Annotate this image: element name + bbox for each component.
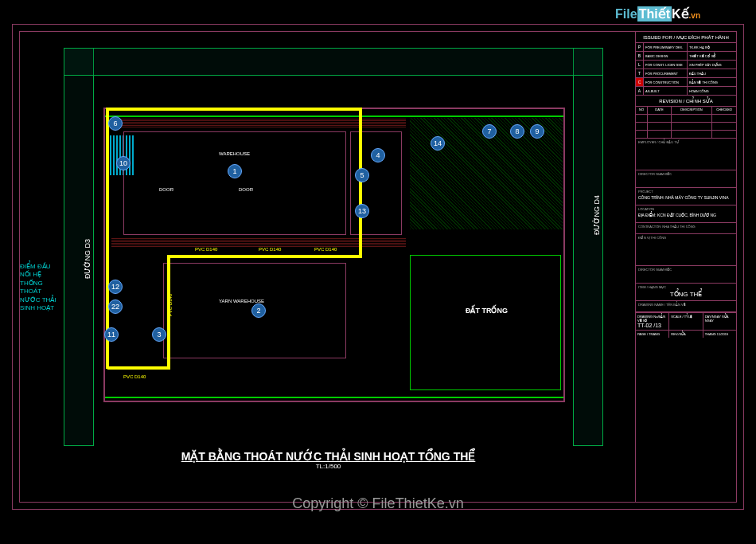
tb-issue-row: CFOR CONSTRUCTIONBẢN VẼ THI CÔNG	[636, 78, 736, 87]
logo-thiet: Thiết	[637, 6, 672, 22]
sheet-inner: ĐƯỜNG D3 ĐƯỜNG D4 ĐIỂM ĐẦU NỐI HỆ THỐNG …	[19, 31, 737, 503]
pipe-bottom-1	[107, 366, 167, 370]
tb-drawing-name: DRAWING NAME / TÊN BẢN VẼ	[636, 301, 736, 312]
tb-location: LOCATION ĐỊA ĐIỂM: KCN ĐẤT CUỐC, BÌNH DƯ…	[636, 205, 736, 223]
road-d4	[573, 48, 603, 446]
pipe-label-3: PVC D140	[314, 247, 337, 252]
node-12: 12	[108, 280, 123, 294]
road-d3-label: ĐƯỜNG D3	[84, 239, 92, 279]
door-label-1: DOOR	[159, 187, 173, 192]
block-right	[350, 131, 402, 235]
node-2: 2	[251, 303, 266, 318]
warehouse-label: WAREHOUSE	[219, 151, 250, 156]
road-top	[64, 48, 603, 76]
tb-contractor: CONTRACTOR: NHÀ THẦU THI CÔNG	[636, 223, 736, 234]
tb-director-2: DIRECTOR GIÁM ĐỐC	[636, 266, 736, 284]
node-13: 13	[355, 204, 369, 218]
tb-employer: EMPLOYER / CHỦ ĐẦU TƯ	[636, 139, 736, 170]
tb-project: PROJECT CÔNG TRÌNH: NHÀ MÁY CÔNG TY SUNJ…	[636, 188, 736, 205]
tb-item: ITEM / HẠNG MỤC TỔNG THỂ	[636, 284, 736, 301]
tb-issued-header: ISSUED FOR / MỤC ĐÍCH PHÁT HÀNH	[636, 32, 736, 43]
tb-issue-row: BBASIC DESIGNTHIẾT KẾ CƠ SỞ	[636, 52, 736, 61]
tb-footer-row2: PAGE / TRANG REV./SỬA THÁNG 11/2019	[636, 330, 736, 338]
sheet-border: ĐƯỜNG D3 ĐƯỜNG D4 ĐIỂM ĐẦU NỐI HỆ THỐNG …	[12, 24, 744, 510]
tb-page: PAGE / TRANG	[636, 331, 669, 338]
empty-land-area	[410, 255, 561, 390]
node-6: 6	[108, 116, 123, 131]
tb-rev-blank	[636, 115, 736, 123]
tb-date: THÁNG 11/2019	[703, 331, 736, 338]
door-label-2: DOOR	[239, 187, 253, 192]
node-11: 11	[104, 327, 119, 342]
pipe-label-1: PVC D140	[195, 247, 217, 252]
watermark-logo: FileThiếtKế.vn	[615, 6, 700, 22]
tb-unit: ĐƠN VỊ THI CÔNG	[636, 234, 736, 266]
pipe-label-5: PVC D140	[168, 294, 173, 316]
warehouse-1	[123, 131, 346, 235]
tb-dwg-no: DRAWING No/BẢN VẼ SỐ TT-02 /13	[636, 313, 669, 330]
drawing-scale: TL:1/500	[181, 463, 476, 470]
connection-point-label: ĐIỂM ĐẦU NỐI HỆ THỐNG THOÁT NƯỚC THẢI SI…	[20, 263, 60, 312]
road-d4-label: ĐƯỜNG D4	[593, 195, 601, 235]
tb-footer-row1: DRAWING No/BẢN VẼ SỐ TT-02 /13 SCALE / T…	[636, 312, 736, 330]
node-9: 9	[530, 124, 544, 139]
pipe-h-top	[106, 108, 360, 111]
tb-revision-header: REVISION / CHỈNH SỬA	[636, 96, 736, 107]
node-22: 22	[108, 299, 123, 314]
node-5: 5	[355, 168, 369, 182]
drawing-area: ĐƯỜNG D3 ĐƯỜNG D4 ĐIỂM ĐẦU NỐI HỆ THỐNG …	[20, 32, 637, 502]
titleblock: ISSUED FOR / MỤC ĐÍCH PHÁT HÀNH PFOR PRE…	[635, 32, 736, 502]
pipe-label-4: PVC D140	[123, 374, 146, 379]
tb-rev-no: REV./SỬA	[669, 331, 703, 338]
tb-rev-blank	[636, 123, 736, 131]
logo-ke: Kế	[672, 7, 689, 21]
pipe-h-mid	[167, 255, 362, 258]
tb-issue-row: PFOR PRELIMINARY DES.TK.ĐK HẠ BỘ	[636, 43, 736, 52]
pipe-label-2: PVC D140	[259, 247, 281, 252]
tb-director-1: DIRECTOR GIÁM ĐỐC	[636, 170, 736, 188]
pipe-v-2	[359, 108, 362, 257]
tb-issue-row: AAS-BUILTHOÀN CÔNG	[636, 87, 736, 96]
tb-issue-row: TFOR PROCUREMENTĐẤU THẦU	[636, 69, 736, 78]
tb-scale: SCALE / TỶ LỆ	[669, 313, 703, 330]
tb-rev-blank	[636, 131, 736, 139]
node-7: 7	[482, 124, 497, 139]
tb-day: DAY/NGÀY SỬA NGÀY	[703, 313, 736, 330]
logo-vn: .vn	[689, 11, 700, 20]
node-3: 3	[152, 327, 166, 342]
empty-land-label: ĐẤT TRỐNG	[466, 307, 508, 315]
node-4: 4	[371, 148, 385, 162]
node-14: 14	[431, 136, 445, 151]
node-1: 1	[228, 164, 242, 178]
drawing-title: MẶT BẰNG THOÁT NƯỚC THẢI SINH HOẠT TỔNG …	[181, 450, 476, 463]
copyright-text: Copyright © FileThietKe.vn	[292, 495, 463, 512]
node-8: 8	[510, 124, 524, 139]
logo-file: File	[615, 7, 637, 21]
tb-rev-cols: NO DATE DESCRIPTION CHECKED	[636, 107, 736, 115]
issue-sym: P	[636, 43, 644, 51]
node-10: 10	[116, 156, 131, 170]
tb-issue-row: LFOR CONST. LICEN GSEXIN PHÉP XÂY DỰNG	[636, 61, 736, 69]
drawing-title-block: MẶT BẰNG THOÁT NƯỚC THẢI SINH HOẠT TỔNG …	[181, 450, 476, 470]
